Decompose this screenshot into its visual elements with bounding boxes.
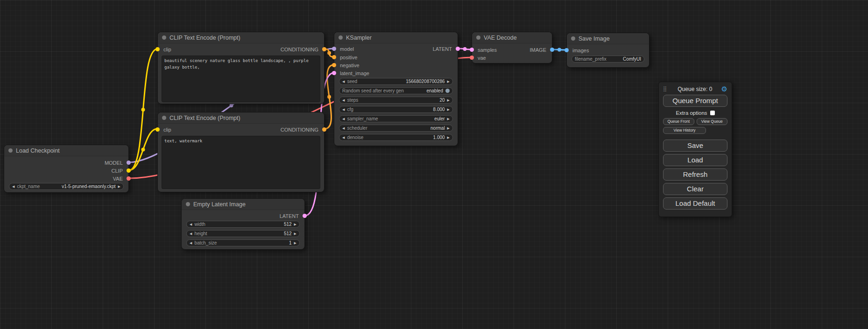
menu-header: ⣿ Queue size: 0 ⚙ xyxy=(663,85,727,92)
node-load-checkpoint[interactable]: Load Checkpoint MODEL CLIP VAE ◀ ckpt_na… xyxy=(4,145,129,193)
node-title[interactable]: KSampler xyxy=(334,32,458,43)
decrement-arrow-icon[interactable]: ◀ xyxy=(342,108,345,111)
decrement-arrow-icon[interactable]: ◀ xyxy=(342,126,345,130)
latent-image-input-port[interactable] xyxy=(332,71,336,75)
load-default-button[interactable]: Load Default xyxy=(663,197,727,210)
widget-filename-prefix[interactable]: filename_prefix ComfyUI xyxy=(572,56,644,63)
decrement-arrow-icon[interactable]: ◀ xyxy=(190,241,192,245)
node-empty-latent-image[interactable]: Empty Latent Image LATENT ◀ width 512 ▶ … xyxy=(181,198,305,250)
widget-sampler-name[interactable]: ◀ sampler_name euler ▶ xyxy=(339,115,453,122)
widget-seed[interactable]: ◀ seed 156680208700286 ▶ xyxy=(339,78,453,85)
latent-output-port[interactable] xyxy=(456,47,460,51)
increment-arrow-icon[interactable]: ▶ xyxy=(447,126,450,130)
settings-gear-icon[interactable]: ⚙ xyxy=(721,85,727,92)
collapse-dot-icon[interactable] xyxy=(162,116,166,120)
decrement-arrow-icon[interactable]: ◀ xyxy=(190,232,192,235)
increment-arrow-icon[interactable]: ▶ xyxy=(118,185,120,188)
save-button[interactable]: Save xyxy=(663,140,727,152)
node-clip-text-encode-positive[interactable]: CLIP Text Encode (Prompt) clip CONDITION… xyxy=(157,32,325,104)
node-ksampler[interactable]: KSampler model LATENT positive negative … xyxy=(334,32,458,146)
node-save-image[interactable]: Save Image images filename_prefix ComfyU… xyxy=(566,33,649,68)
collapse-dot-icon[interactable] xyxy=(476,35,480,40)
output-label: LATENT xyxy=(433,46,452,52)
node-title[interactable]: Save Image xyxy=(567,33,649,44)
widget-batch-size[interactable]: ◀ batch_size 1 ▶ xyxy=(186,239,300,246)
decrement-arrow-icon[interactable]: ◀ xyxy=(190,223,192,226)
increment-arrow-icon[interactable]: ▶ xyxy=(447,80,450,83)
increment-arrow-icon[interactable]: ▶ xyxy=(447,136,450,139)
node-clip-text-encode-negative[interactable]: CLIP Text Encode (Prompt) clip CONDITION… xyxy=(157,112,325,192)
decrement-arrow-icon[interactable]: ◀ xyxy=(342,80,345,83)
view-history-button[interactable]: View History xyxy=(663,127,706,134)
widget-height[interactable]: ◀ height 512 ▶ xyxy=(186,230,300,237)
queue-prompt-button[interactable]: Queue Prompt xyxy=(663,95,727,107)
extra-options-checkbox[interactable] xyxy=(710,111,715,115)
clip-output-port[interactable] xyxy=(127,168,131,173)
widget-scheduler[interactable]: ◀ scheduler normal ▶ xyxy=(339,125,453,132)
widget-cfg[interactable]: ◀ cfg 8.000 ▶ xyxy=(339,106,453,113)
widget-value: ComfyUI xyxy=(623,56,641,62)
link-midpoint-dot[interactable] xyxy=(141,108,145,112)
node-title[interactable]: Empty Latent Image xyxy=(182,199,304,210)
prompt-textarea[interactable]: text, watermark xyxy=(162,136,320,189)
widget-random-seed-toggle[interactable]: Random seed after every gen enabled xyxy=(339,87,453,94)
link-midpoint-dot[interactable] xyxy=(557,48,561,52)
node-title[interactable]: Load Checkpoint xyxy=(4,145,128,156)
slot-row: samples IMAGE xyxy=(472,46,552,54)
decrement-arrow-icon[interactable]: ◀ xyxy=(342,136,345,139)
widget-name: width xyxy=(194,222,205,227)
refresh-button[interactable]: Refresh xyxy=(663,168,727,181)
queue-front-button[interactable]: Queue Front xyxy=(663,118,694,125)
positive-input-port[interactable] xyxy=(332,55,336,59)
clear-button[interactable]: Clear xyxy=(663,183,727,195)
negative-input-port[interactable] xyxy=(332,63,336,67)
increment-arrow-icon[interactable]: ▶ xyxy=(294,241,296,245)
link-midpoint-dot[interactable] xyxy=(327,51,331,55)
node-title[interactable]: VAE Decode xyxy=(472,32,552,43)
image-output-port[interactable] xyxy=(550,48,554,52)
images-input-port[interactable] xyxy=(565,48,569,52)
node-graph-canvas[interactable]: { "icons": { "arrow_left": "◀", "arrow_r… xyxy=(0,0,868,329)
vae-output-port[interactable] xyxy=(127,176,131,181)
widget-width[interactable]: ◀ width 512 ▶ xyxy=(186,221,300,228)
link-midpoint-dot[interactable] xyxy=(141,148,145,152)
node-title[interactable]: CLIP Text Encode (Prompt) xyxy=(158,32,324,43)
clip-input-port[interactable] xyxy=(155,127,160,132)
output-label: CLIP xyxy=(112,168,123,174)
collapse-dot-icon[interactable] xyxy=(339,35,343,40)
widget-ckpt-name[interactable]: ◀ ckpt_name v1-5-pruned-emaonly.ckpt ▶ xyxy=(9,183,124,190)
input-label: clip xyxy=(163,127,171,133)
collapse-dot-icon[interactable] xyxy=(162,35,166,40)
decrement-arrow-icon[interactable]: ◀ xyxy=(342,98,345,102)
conditioning-output-port[interactable] xyxy=(322,47,326,51)
drag-handle-icon[interactable]: ⣿ xyxy=(663,86,667,92)
latent-output-port[interactable] xyxy=(303,214,307,218)
conditioning-output-port[interactable] xyxy=(322,127,326,132)
widget-denoise[interactable]: ◀ denoise 1.000 ▶ xyxy=(339,134,453,141)
node-title[interactable]: CLIP Text Encode (Prompt) xyxy=(158,112,324,124)
link-midpoint-dot[interactable] xyxy=(463,47,467,51)
model-output-port[interactable] xyxy=(127,161,131,165)
widget-steps[interactable]: ◀ steps 20 ▶ xyxy=(339,97,453,104)
collapse-dot-icon[interactable] xyxy=(571,36,575,41)
link-midpoint-dot[interactable] xyxy=(327,95,331,99)
vae-input-port[interactable] xyxy=(470,56,474,60)
toggle-dot-icon[interactable] xyxy=(445,89,450,93)
increment-arrow-icon[interactable]: ▶ xyxy=(447,108,450,111)
collapse-dot-icon[interactable] xyxy=(8,148,13,153)
decrement-arrow-icon[interactable]: ◀ xyxy=(342,117,345,120)
samples-input-port[interactable] xyxy=(470,48,474,52)
link-midpoint-dot[interactable] xyxy=(229,104,233,107)
model-input-port[interactable] xyxy=(332,47,336,51)
decrement-arrow-icon[interactable]: ◀ xyxy=(12,185,14,188)
clip-input-port[interactable] xyxy=(155,47,160,51)
view-queue-button[interactable]: View Queue xyxy=(697,118,728,125)
collapse-dot-icon[interactable] xyxy=(186,202,190,206)
increment-arrow-icon[interactable]: ▶ xyxy=(447,117,450,120)
increment-arrow-icon[interactable]: ▶ xyxy=(294,232,296,235)
node-vae-decode[interactable]: VAE Decode samples IMAGE vae xyxy=(472,32,552,63)
increment-arrow-icon[interactable]: ▶ xyxy=(447,98,450,102)
prompt-textarea[interactable]: beautiful scenery nature glass bottle la… xyxy=(162,56,320,102)
load-button[interactable]: Load xyxy=(663,154,727,166)
increment-arrow-icon[interactable]: ▶ xyxy=(294,223,296,226)
